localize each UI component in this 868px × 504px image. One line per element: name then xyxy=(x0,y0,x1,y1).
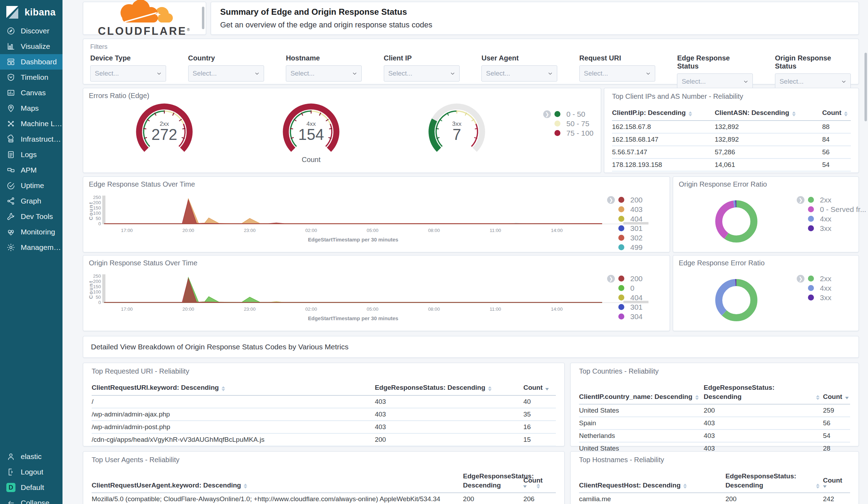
filter-select-request-uri[interactable]: Select... xyxy=(579,65,655,82)
legend-color-dot xyxy=(554,130,560,136)
table-cell: / xyxy=(92,398,375,406)
filter-select-client-ip[interactable]: Select... xyxy=(384,65,460,82)
donut-legend-item-4xx[interactable]: 4xx xyxy=(797,214,866,224)
gauge-legend-item-50-75[interactable]: 50 - 75 xyxy=(543,119,593,128)
panel-title: Errors Ratio (Edge) xyxy=(89,92,149,100)
column-header-count[interactable]: Count xyxy=(823,476,850,490)
chart-legend-item-404[interactable]: 404 xyxy=(607,214,643,224)
donut-legend-item-0-served-fr[interactable]: 0 - Served fr... xyxy=(797,205,866,214)
column-header-clientasn-descending[interactable]: ClientASN: Descending xyxy=(715,108,822,117)
chevron-down-icon xyxy=(841,78,847,85)
chart-legend-item-200[interactable]: ❯200 xyxy=(607,195,643,205)
table-cell: /cdn-cgi/apps/head/xVgyKhR-vV3dAUGhMqfBc… xyxy=(92,436,375,444)
sidebar-item-monitoring[interactable]: Monitoring xyxy=(0,224,63,240)
sidebar-item-visualize[interactable]: Visualize xyxy=(0,39,63,54)
edge-response-error-ratio-panel: Edge Response Error Ratio ❯2xx4xx3xx xyxy=(673,255,859,331)
donut-legend-item-3xx[interactable]: 3xx xyxy=(797,224,866,233)
chart-legend-item-301[interactable]: 301 xyxy=(607,302,643,312)
sort-icon xyxy=(816,484,820,489)
sidebar-item-logout[interactable]: Logout xyxy=(0,464,63,480)
chart-legend-item-499[interactable]: 499 xyxy=(607,243,643,252)
legend-label: 404 xyxy=(627,293,643,302)
sidebar-item-logs[interactable]: Logs xyxy=(0,147,63,162)
filter-select-edge-response-status[interactable]: Select... xyxy=(677,73,753,90)
legend-expand-icon[interactable]: ❯ xyxy=(797,275,804,283)
sidebar-item-default[interactable]: DDefault xyxy=(0,480,63,495)
legend-expand-icon[interactable]: ❯ xyxy=(797,196,804,204)
donut-legend-item-3xx[interactable]: 3xx xyxy=(797,293,831,302)
svg-text:200: 200 xyxy=(93,279,101,284)
column-header-clientrequesturi-keyword-descending[interactable]: ClientRequestURI.keyword: Descending xyxy=(92,383,375,392)
table-row: 162.158.67.8132,89288 xyxy=(612,121,851,134)
table-row: 5.56.57.14757,28656 xyxy=(612,146,851,159)
sidebar-item-collapse[interactable]: Collapse xyxy=(0,495,63,504)
legend-color-dot xyxy=(808,285,814,291)
legend-expand-icon[interactable]: ❯ xyxy=(607,196,615,204)
table-cell: 84 xyxy=(822,136,851,143)
column-header-edgeresponsestatus-descending[interactable]: EdgeResponseStatus: Descending xyxy=(725,472,823,490)
legend-expand-icon[interactable]: ❯ xyxy=(543,110,551,118)
column-header-clientrequesthost-descending[interactable]: ClientRequestHost: Descending xyxy=(579,481,725,490)
chart-legend-item-404[interactable]: 404 xyxy=(607,293,643,302)
sort-icon xyxy=(689,111,692,116)
filter-select-user-agent[interactable]: Select... xyxy=(481,65,557,82)
column-header-count[interactable]: Count xyxy=(822,108,851,117)
sidebar-item-management[interactable]: Management xyxy=(0,240,63,255)
chart-legend-item-301[interactable]: 301 xyxy=(607,224,643,233)
legend-expand-icon[interactable]: ❯ xyxy=(607,275,615,283)
sidebar-item-infrastructure[interactable]: Infrastructure xyxy=(0,131,63,147)
column-header-edgeresponsestatus-descending[interactable]: EdgeResponseStatus: Descending xyxy=(704,383,823,401)
filter-label: Hostname xyxy=(286,54,362,62)
svg-text:23:00: 23:00 xyxy=(244,306,255,312)
filter-request-uri: Request URISelect... xyxy=(579,54,655,90)
table-cell: 56 xyxy=(823,419,850,427)
donut-legend-item-4xx[interactable]: 4xx xyxy=(797,283,831,293)
gauge-legend-item-0-50[interactable]: ❯0 - 50 xyxy=(543,109,593,119)
sidebar-item-maps[interactable]: Maps xyxy=(0,101,63,116)
chevron-down-icon xyxy=(254,70,260,77)
column-header-count[interactable]: Count xyxy=(523,383,556,392)
sidebar-item-timelion[interactable]: Timelion xyxy=(0,70,63,85)
sidebar-item-dev-tools[interactable]: Dev Tools xyxy=(0,209,63,224)
filter-select-country[interactable]: Select... xyxy=(188,65,264,82)
sidebar-item-graph[interactable]: Graph xyxy=(0,193,63,209)
sidebar-item-canvas[interactable]: Canvas xyxy=(0,85,63,101)
filter-label: Origin Response Status xyxy=(775,54,851,70)
chart-legend-item-200[interactable]: ❯200 xyxy=(607,274,643,283)
column-header-edgeresponsestatus-descending[interactable]: EdgeResponseStatus: Descending xyxy=(463,472,524,490)
chart-legend-item-302[interactable]: 302 xyxy=(607,233,643,243)
sidebar-item-dashboard[interactable]: Dashboard xyxy=(0,54,63,70)
sidebar-item-machine-le[interactable]: Machine Le... xyxy=(0,116,63,131)
select-placeholder: Select... xyxy=(682,78,706,85)
legend-label: 2xx xyxy=(817,274,831,283)
sidebar-item-apm[interactable]: APM xyxy=(0,162,63,178)
chevron-down-icon xyxy=(547,70,553,77)
donut-legend-item-2xx[interactable]: ❯2xx xyxy=(797,195,866,205)
sidebar-item-uptime[interactable]: Uptime xyxy=(0,178,63,193)
top-user-agents-panel: Top User Agents - ReliabilityClientReque… xyxy=(83,451,565,504)
kibana-home-link[interactable]: kibana xyxy=(0,0,63,23)
column-header-edgeresponsestatus-descending[interactable]: EdgeResponseStatus: Descending xyxy=(375,383,523,392)
legend-color-dot xyxy=(618,304,624,310)
select-placeholder: Select... xyxy=(193,70,217,77)
column-header-clientip-country-name-descending[interactable]: ClientIP.country_name: Descending xyxy=(579,392,704,401)
filter-origin-response-status: Origin Response StatusSelect... xyxy=(775,54,851,90)
filter-select-device-type[interactable]: Select... xyxy=(90,65,166,82)
page-scrollbar[interactable] xyxy=(864,53,867,121)
column-header-count[interactable]: Count xyxy=(523,476,556,490)
column-header-clientip-ip-descending[interactable]: ClientIP.ip: Descending xyxy=(612,108,715,117)
filter-select-origin-response-status[interactable]: Select... xyxy=(775,73,851,90)
sidebar-item-discover[interactable]: Discover xyxy=(0,23,63,39)
sidebar-item-elastic[interactable]: elastic xyxy=(0,449,63,464)
chart-legend-item-304[interactable]: 304 xyxy=(607,312,643,321)
column-header-clientrequestuseragent-keyword-descending[interactable]: ClientRequestUserAgent.keyword: Descendi… xyxy=(92,481,463,490)
chart-legend-item-403[interactable]: 403 xyxy=(607,205,643,214)
sidebar-item-label: Dev Tools xyxy=(21,212,53,221)
gauge-legend-item-75-100[interactable]: 75 - 100 xyxy=(543,128,593,138)
sidebar-nav: DiscoverVisualizeDashboardTimelionCanvas… xyxy=(0,23,63,255)
filter-select-hostname[interactable]: Select... xyxy=(286,65,362,82)
panel-scrollbar[interactable] xyxy=(202,7,204,29)
column-header-count[interactable]: Count xyxy=(823,392,850,401)
donut-legend-item-2xx[interactable]: ❯2xx xyxy=(797,274,831,283)
chart-legend-item-0[interactable]: 0 xyxy=(607,283,643,293)
